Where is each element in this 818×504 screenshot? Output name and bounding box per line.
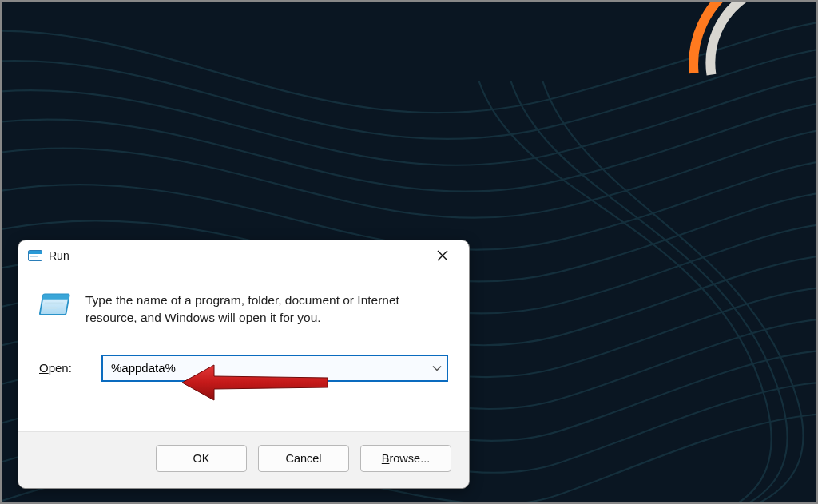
titlebar: Run xyxy=(18,240,469,271)
browse-button[interactable]: Browse... xyxy=(360,445,451,472)
open-combobox[interactable] xyxy=(101,355,448,382)
svg-rect-7 xyxy=(42,294,69,299)
dialog-title: Run xyxy=(49,249,424,262)
svg-rect-3 xyxy=(30,256,38,257)
dialog-description: Type the name of a program, folder, docu… xyxy=(85,292,448,327)
svg-rect-2 xyxy=(29,251,42,254)
cancel-button[interactable]: Cancel xyxy=(258,445,349,472)
close-button[interactable] xyxy=(424,244,461,268)
run-dialog: Run xyxy=(18,240,470,489)
open-input[interactable] xyxy=(101,355,448,382)
run-body-icon xyxy=(39,292,71,320)
svg-rect-9 xyxy=(44,307,58,309)
ok-button[interactable]: OK xyxy=(156,445,247,472)
run-titlebar-icon xyxy=(28,250,42,261)
button-row: OK Cancel Browse... xyxy=(18,431,469,488)
open-label: Open: xyxy=(39,361,89,375)
dialog-body: Type the name of a program, folder, docu… xyxy=(18,271,469,431)
close-icon xyxy=(437,250,448,261)
svg-rect-8 xyxy=(45,302,64,304)
